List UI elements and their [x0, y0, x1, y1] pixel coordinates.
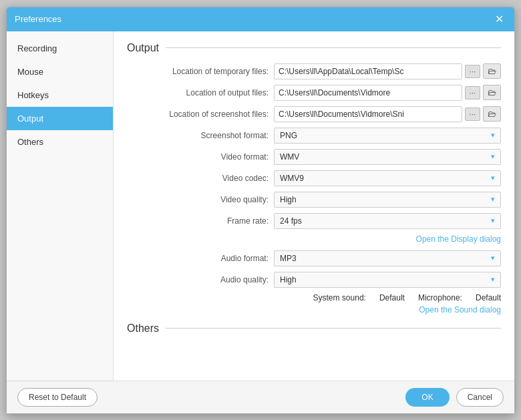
title-bar: Preferences ✕ [7, 7, 514, 31]
open-sound-link[interactable]: Open the Sound dialog [127, 305, 501, 314]
temp-files-dots-button[interactable]: ··· [465, 65, 480, 78]
screenshot-format-field: PNG ▾ [274, 128, 501, 144]
temp-files-row: Location of temporary files: ··· 🗁 [127, 63, 501, 79]
video-codec-label: Video codec: [127, 174, 274, 183]
audio-format-row: Audio format: MP3 ▾ [127, 250, 501, 266]
screenshot-files-label: Location of screenshot files: [127, 110, 274, 119]
sidebar-item-others[interactable]: Others [7, 130, 113, 154]
audio-quality-field: High ▾ [274, 272, 501, 288]
video-quality-field: High ▾ [274, 192, 501, 208]
close-button[interactable]: ✕ [492, 13, 506, 26]
video-format-row: Video format: WMV ▾ [127, 149, 501, 165]
reset-to-default-button[interactable]: Reset to Default [17, 388, 98, 407]
temp-files-field: ··· 🗁 [274, 63, 501, 79]
screenshot-files-input[interactable] [274, 106, 462, 122]
cancel-button[interactable]: Cancel [456, 388, 504, 407]
chevron-down-icon: ▾ [491, 275, 495, 284]
chevron-down-icon: ▾ [491, 174, 495, 182]
chevron-down-icon: ▾ [491, 131, 495, 140]
frame-rate-row: Frame rate: 24 fps ▾ [127, 213, 501, 229]
screenshot-files-row: Location of screenshot files: ··· 🗁 [127, 106, 501, 122]
output-files-dots-button[interactable]: ··· [465, 86, 480, 99]
chevron-down-icon: ▾ [491, 152, 495, 161]
footer-right-buttons: OK Cancel [405, 388, 504, 407]
chevron-down-icon: ▾ [491, 216, 495, 225]
system-sound-label: System sound: [313, 293, 366, 302]
audio-quality-select[interactable]: High ▾ [274, 272, 501, 288]
chevron-down-icon: ▾ [491, 195, 495, 204]
audio-format-label: Audio format: [127, 254, 274, 263]
output-files-row: Location of output files: ··· 🗁 [127, 85, 501, 101]
frame-rate-select[interactable]: 24 fps ▾ [274, 213, 501, 229]
video-codec-row: Video codec: WMV9 ▾ [127, 170, 501, 186]
sidebar-item-hotkeys[interactable]: Hotkeys [7, 83, 113, 107]
video-format-label: Video format: [127, 152, 274, 162]
preferences-window: Preferences ✕ Recording Mouse Hotkeys Ou… [6, 7, 515, 414]
temp-files-input[interactable] [274, 63, 462, 79]
output-files-label: Location of output files: [127, 88, 274, 97]
microphone-value: Default [476, 293, 501, 302]
video-codec-field: WMV9 ▾ [274, 170, 501, 186]
video-codec-select[interactable]: WMV9 ▾ [274, 170, 501, 186]
output-files-input[interactable] [274, 85, 462, 101]
content-area: Output Location of temporary files: ··· … [114, 31, 514, 381]
microphone-label: Microphone: [418, 293, 462, 302]
screenshot-files-dots-button[interactable]: ··· [465, 108, 480, 121]
temp-files-label: Location of temporary files: [127, 67, 274, 76]
screenshot-files-folder-button[interactable]: 🗁 [483, 106, 501, 122]
output-files-folder-button[interactable]: 🗁 [483, 85, 501, 100]
system-sound-value: Default [379, 293, 405, 302]
chevron-down-icon: ▾ [491, 254, 495, 262]
ok-button[interactable]: OK [405, 388, 449, 407]
sound-info-row: System sound: Default Microphone: Defaul… [127, 293, 501, 302]
video-format-field: WMV ▾ [274, 149, 501, 165]
screenshot-format-select[interactable]: PNG ▾ [274, 128, 501, 144]
output-files-field: ··· 🗁 [274, 85, 501, 101]
sidebar: Recording Mouse Hotkeys Output Others [7, 31, 114, 381]
audio-quality-label: Audio quality: [127, 275, 274, 284]
frame-rate-field: 24 fps ▾ [274, 213, 501, 229]
open-display-link[interactable]: Open the Display dialog [127, 234, 501, 244]
footer: Reset to Default OK Cancel [7, 381, 514, 413]
window-body: Recording Mouse Hotkeys Output Others Ou… [7, 31, 514, 381]
audio-format-select[interactable]: MP3 ▾ [274, 250, 501, 266]
sidebar-item-output[interactable]: Output [7, 107, 113, 130]
video-quality-row: Video quality: High ▾ [127, 192, 501, 208]
output-section-title: Output [127, 42, 501, 54]
others-section: Others [127, 323, 501, 335]
temp-files-folder-button[interactable]: 🗁 [483, 63, 501, 79]
screenshot-files-field: ··· 🗁 [274, 106, 501, 122]
window-title: Preferences [15, 14, 61, 24]
frame-rate-label: Frame rate: [127, 216, 274, 226]
screenshot-format-label: Screenshot format: [127, 131, 274, 140]
screenshot-format-row: Screenshot format: PNG ▾ [127, 128, 501, 144]
sidebar-item-mouse[interactable]: Mouse [7, 60, 113, 83]
others-section-title: Others [127, 323, 501, 335]
audio-format-field: MP3 ▾ [274, 250, 501, 266]
sidebar-item-recording[interactable]: Recording [7, 37, 113, 60]
video-quality-select[interactable]: High ▾ [274, 192, 501, 208]
video-format-select[interactable]: WMV ▾ [274, 149, 501, 165]
audio-quality-row: Audio quality: High ▾ [127, 272, 501, 288]
video-quality-label: Video quality: [127, 195, 274, 204]
